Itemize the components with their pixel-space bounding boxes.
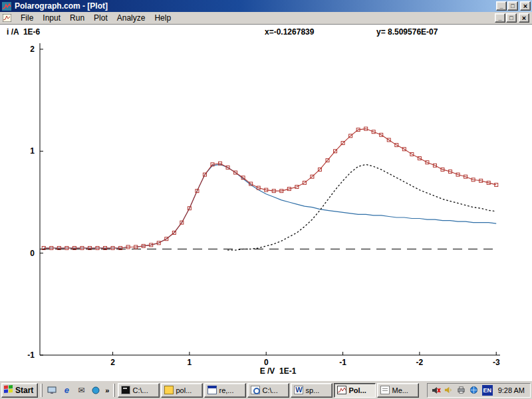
window-title: Polarograph.com - [Plot] [15, 1, 495, 11]
menu-input[interactable]: Input [38, 12, 65, 24]
taskbar: Start e ✉ » C:\... pol... re,... [0, 380, 532, 399]
plot-child-icon[interactable] [3, 13, 13, 23]
volume-muted-icon[interactable] [432, 385, 442, 395]
svg-text:1: 1 [188, 358, 192, 367]
svg-text:-2: -2 [416, 358, 424, 367]
menu-run[interactable]: Run [65, 12, 89, 24]
internet-explorer-icon[interactable]: e [60, 384, 73, 397]
notes-icon [380, 386, 390, 394]
menu-bar: File Input Run Plot Analyze Help _ □ × [0, 12, 532, 25]
quick-launch-overflow-chevron[interactable]: » [104, 386, 110, 394]
svg-text:2: 2 [110, 358, 115, 367]
svg-text:2: 2 [30, 45, 35, 54]
taskbar-separator-2 [113, 384, 115, 397]
menu-analyze[interactable]: Analyze [112, 12, 150, 24]
svg-text:0: 0 [30, 249, 35, 258]
minimize-button[interactable]: _ [496, 1, 507, 11]
dos-icon [121, 386, 130, 394]
svg-text:-3: -3 [493, 358, 500, 367]
plot-icon [337, 386, 346, 394]
plot-client-area: i /A 1E-6 x=-0.1267839 y= 8.509576E-07 -… [0, 25, 532, 380]
browser-channel-icon[interactable] [89, 384, 102, 397]
app-icon-small [164, 386, 174, 394]
show-desktop-icon[interactable] [45, 384, 59, 397]
outlook-icon[interactable]: ✉ [74, 384, 88, 397]
window-icon [207, 386, 217, 394]
task-button-pol[interactable]: pol... [161, 383, 203, 398]
menu-file[interactable]: File [16, 12, 38, 24]
windows-logo-icon [4, 385, 13, 395]
svg-text:1: 1 [30, 146, 35, 156]
volume-icon[interactable] [444, 385, 454, 395]
close-button[interactable]: × [520, 1, 531, 11]
menu-plot[interactable]: Plot [89, 12, 112, 24]
restore-button[interactable]: □ [507, 1, 518, 11]
title-bar[interactable]: Polarograph.com - [Plot] _ □ × [0, 0, 532, 12]
app-icon [2, 1, 13, 11]
task-button-dos[interactable]: C:\... [118, 383, 160, 398]
taskbar-separator [41, 384, 43, 397]
task-button-c2[interactable]: C:\... [247, 383, 289, 398]
task-button-sp[interactable]: W sp... [291, 383, 332, 398]
task-button-me[interactable]: Me... [377, 383, 419, 398]
svg-text:0: 0 [264, 358, 269, 367]
child-restore-button[interactable]: □ [506, 13, 517, 23]
explorer-search-icon [251, 386, 260, 394]
child-close-button[interactable]: × [519, 13, 529, 23]
network-icon[interactable] [469, 385, 479, 395]
printer-icon[interactable] [457, 385, 467, 395]
system-tray: EN 9:28 AM [427, 383, 531, 398]
menu-help[interactable]: Help [150, 12, 176, 24]
start-label: Start [15, 386, 33, 395]
word-icon: W [294, 386, 303, 394]
desktop: Polarograph.com - [Plot] _ □ × File Inpu… [0, 0, 532, 399]
svg-text:E /V 1E-1: E /V 1E-1 [260, 366, 297, 376]
language-indicator[interactable]: EN [482, 385, 493, 396]
svg-text:-1: -1 [27, 350, 35, 360]
polarogram-chart[interactable]: -1012210-1-2-3E /V 1E-1 [0, 25, 532, 380]
task-button-polarograph[interactable]: Pol... [334, 383, 376, 398]
child-minimize-button[interactable]: _ [495, 13, 505, 23]
start-button[interactable]: Start [1, 383, 38, 398]
taskbar-clock[interactable]: 9:28 AM [495, 386, 525, 394]
task-button-re[interactable]: re,... [204, 383, 246, 398]
svg-text:-1: -1 [339, 358, 346, 367]
